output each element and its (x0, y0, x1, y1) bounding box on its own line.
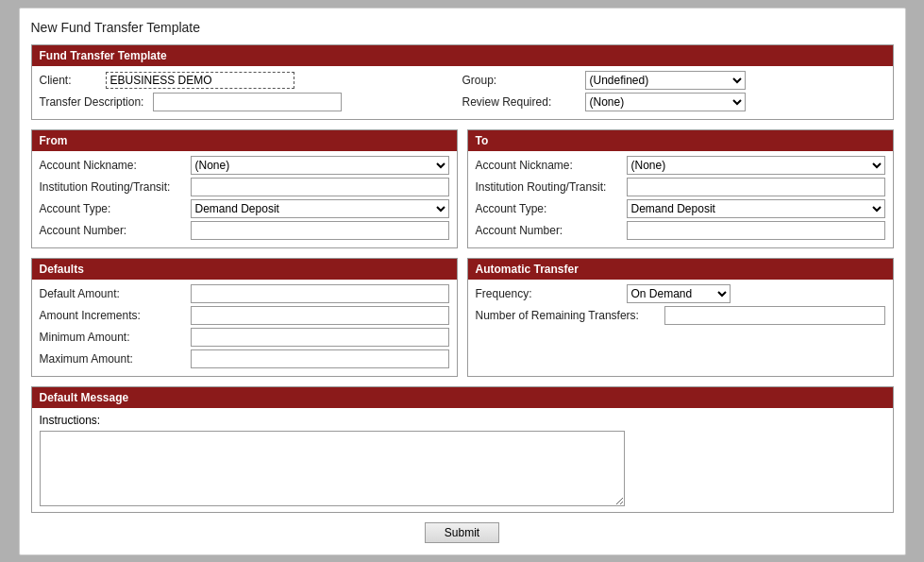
maximum-amount-input[interactable] (191, 349, 449, 368)
default-amount-label: Default Amount: (40, 287, 191, 300)
to-account-number-input[interactable] (627, 221, 885, 240)
from-routing-row: Institution Routing/Transit: (32, 178, 457, 196)
from-account-nickname-row: Account Nickname: (None) (32, 156, 457, 175)
remaining-transfers-label: Number of Remaining Transfers: (476, 309, 664, 322)
from-account-nickname-select[interactable]: (None) (191, 156, 449, 175)
to-account-type-label: Account Type: (476, 202, 627, 215)
instructions-label-row: Instructions: (40, 414, 885, 427)
default-message-section: Default Message Instructions: (31, 386, 894, 513)
default-message-header: Default Message (32, 387, 893, 408)
default-message-body: Instructions: (32, 408, 893, 512)
from-routing-label: Institution Routing/Transit: (40, 180, 191, 194)
to-account-nickname-row: Account Nickname: (None) (468, 156, 893, 175)
to-account-nickname-select[interactable]: (None) (627, 156, 885, 175)
review-required-label: Review Required: (462, 95, 585, 109)
defaults-section: Defaults Default Amount: Amount Incremen… (31, 258, 458, 377)
amount-increments-row: Amount Increments: (32, 306, 457, 325)
to-account-type-select[interactable]: Demand Deposit (627, 199, 885, 218)
to-routing-label: Institution Routing/Transit: (476, 180, 627, 194)
from-account-nickname-label: Account Nickname: (40, 159, 191, 172)
from-header: From (32, 130, 457, 151)
from-account-number-row: Account Number: (32, 221, 457, 240)
to-section: To Account Nickname: (None) Institution … (467, 129, 894, 248)
main-container: New Fund Transfer Template Fund Transfer… (19, 8, 906, 555)
group-right: Group: (Undefined) (462, 71, 885, 90)
from-account-type-row: Account Type: Demand Deposit (32, 199, 457, 218)
to-body: Account Nickname: (None) Institution Rou… (468, 151, 893, 247)
automatic-transfer-section: Automatic Transfer Frequency: On Demand … (467, 258, 894, 377)
client-label: Client: (40, 74, 106, 87)
from-routing-input[interactable] (191, 178, 449, 196)
transfer-desc-row: Transfer Description: Review Required: (… (40, 93, 885, 111)
minimum-amount-row: Minimum Amount: (32, 328, 457, 347)
maximum-amount-row: Maximum Amount: (32, 349, 457, 368)
remaining-transfers-row: Number of Remaining Transfers: (468, 306, 893, 325)
from-section: From Account Nickname: (None) Institutio… (31, 129, 458, 248)
transfer-description-label: Transfer Description: (40, 95, 153, 109)
to-routing-row: Institution Routing/Transit: (468, 178, 893, 196)
submit-row: Submit (31, 522, 894, 543)
defaults-header: Defaults (32, 259, 457, 280)
default-amount-row: Default Amount: (32, 284, 457, 303)
default-amount-input[interactable] (191, 284, 449, 303)
automatic-transfer-body: Frequency: On Demand Number of Remaining… (468, 280, 893, 332)
review-right: Review Required: (None) (462, 93, 885, 111)
to-routing-input[interactable] (627, 178, 885, 196)
instructions-textarea[interactable] (40, 431, 625, 506)
instructions-label: Instructions: (40, 414, 101, 427)
group-select[interactable]: (Undefined) (585, 71, 746, 90)
to-account-nickname-label: Account Nickname: (476, 159, 627, 172)
to-account-number-row: Account Number: (468, 221, 893, 240)
page-title: New Fund Transfer Template (31, 20, 894, 35)
client-value: EBUSINESS DEMO (106, 72, 294, 89)
fund-transfer-template-body: Client: EBUSINESS DEMO Group: (Undefined… (32, 66, 893, 119)
client-left: Client: EBUSINESS DEMO (40, 72, 462, 89)
from-account-number-input[interactable] (191, 221, 449, 240)
transfer-desc-left: Transfer Description: (40, 93, 462, 111)
submit-button[interactable]: Submit (425, 522, 499, 543)
minimum-amount-input[interactable] (191, 328, 449, 347)
fund-transfer-template-section: Fund Transfer Template Client: EBUSINESS… (31, 44, 894, 120)
client-row: Client: EBUSINESS DEMO Group: (Undefined… (40, 71, 885, 90)
to-account-type-row: Account Type: Demand Deposit (468, 199, 893, 218)
transfer-description-input[interactable] (153, 93, 342, 111)
defaults-at-container: Defaults Default Amount: Amount Incremen… (31, 258, 894, 377)
amount-increments-label: Amount Increments: (40, 309, 191, 322)
minimum-amount-label: Minimum Amount: (40, 331, 191, 344)
automatic-transfer-header: Automatic Transfer (468, 259, 893, 280)
remaining-transfers-input[interactable] (664, 306, 885, 325)
to-header: To (468, 130, 893, 151)
fund-transfer-template-header: Fund Transfer Template (32, 45, 893, 66)
group-label: Group: (462, 74, 585, 87)
from-account-type-select[interactable]: Demand Deposit (191, 199, 449, 218)
from-body: Account Nickname: (None) Institution Rou… (32, 151, 457, 247)
from-account-number-label: Account Number: (40, 224, 191, 237)
frequency-label: Frequency: (476, 287, 627, 300)
amount-increments-input[interactable] (191, 306, 449, 325)
to-account-number-label: Account Number: (476, 224, 627, 237)
defaults-body: Default Amount: Amount Increments: Minim… (32, 280, 457, 376)
frequency-select[interactable]: On Demand (627, 284, 731, 303)
from-account-type-label: Account Type: (40, 202, 191, 215)
from-to-container: From Account Nickname: (None) Institutio… (31, 129, 894, 248)
frequency-row: Frequency: On Demand (468, 284, 893, 303)
maximum-amount-label: Maximum Amount: (40, 352, 191, 366)
review-required-select[interactable]: (None) (585, 93, 746, 111)
